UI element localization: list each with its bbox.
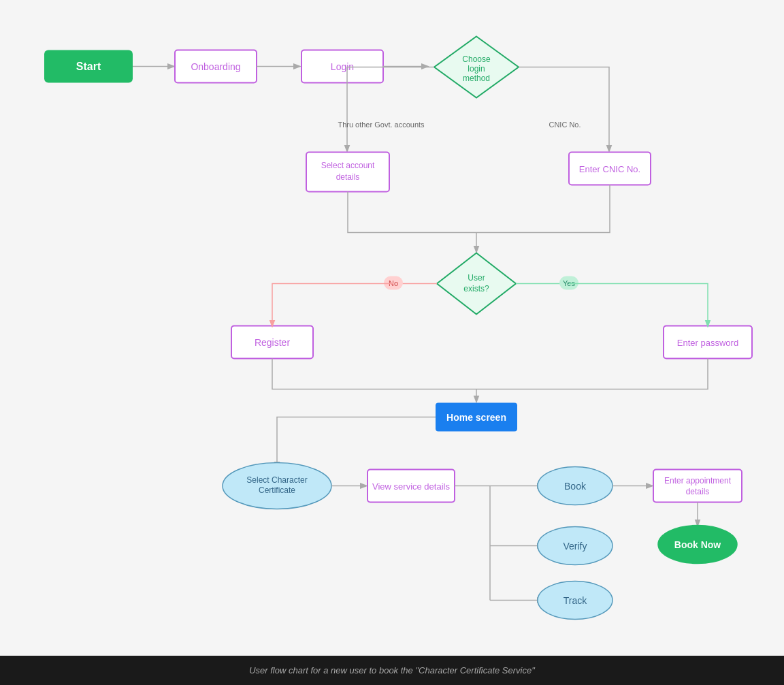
select-account-label1: Select account bbox=[321, 161, 375, 170]
home-screen-label: Home screen bbox=[446, 412, 506, 423]
enter-appointment-label1: Enter appointment bbox=[664, 476, 732, 485]
footer-text: User flow chart for a new user to book t… bbox=[249, 665, 535, 675]
register-label: Register bbox=[255, 337, 290, 348]
svg-text:Certificate: Certificate bbox=[259, 485, 295, 495]
svg-text:details: details bbox=[686, 487, 710, 496]
thru-govt-label: Thru other Govt. accounts bbox=[338, 121, 425, 129]
book-label: Book bbox=[564, 481, 587, 492]
start-label: Start bbox=[76, 61, 101, 72]
svg-text:details: details bbox=[336, 172, 360, 182]
no-label: No bbox=[389, 279, 398, 287]
enter-appointment-node bbox=[653, 470, 742, 503]
footer-caption: User flow chart for a new user to book t… bbox=[0, 656, 784, 685]
view-service-label: View service details bbox=[372, 481, 450, 492]
choose-login-label: Choose bbox=[462, 54, 491, 64]
book-now-label: Book Now bbox=[674, 539, 721, 550]
cnic-label: CNIC No. bbox=[549, 121, 581, 129]
user-exists-label1: User bbox=[468, 273, 485, 283]
svg-text:exists?: exists? bbox=[463, 284, 489, 293]
login-label: Login bbox=[331, 61, 354, 72]
enter-cnic-label: Enter CNIC No. bbox=[579, 164, 640, 174]
enter-password-label: Enter password bbox=[677, 338, 738, 348]
onboarding-label: Onboarding bbox=[191, 61, 240, 72]
select-character-label1: Select Character bbox=[246, 475, 307, 485]
track-label: Track bbox=[564, 595, 587, 606]
verify-label: Verify bbox=[563, 541, 587, 552]
svg-text:login: login bbox=[468, 64, 485, 74]
svg-text:method: method bbox=[463, 74, 490, 83]
yes-label: Yes bbox=[563, 279, 575, 287]
